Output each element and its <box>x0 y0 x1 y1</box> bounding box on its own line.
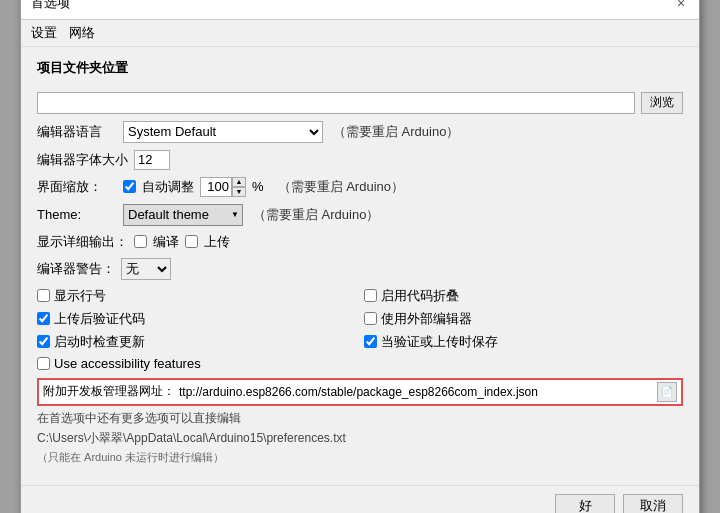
check-updates-checkbox[interactable] <box>37 335 50 348</box>
project-path-row: 浏览 <box>37 92 683 114</box>
enable-folding-checkbox[interactable] <box>364 289 377 302</box>
compile-checkbox[interactable] <box>134 235 147 248</box>
prefs-path: C:\Users\小翠翠\AppData\Local\Arduino15\pre… <box>37 430 683 447</box>
accessibility-checkbox[interactable] <box>37 357 50 370</box>
editor-font-label: 编辑器字体大小 <box>37 151 128 169</box>
preferences-dialog: 首选项 × 设置 网络 项目文件夹位置 浏览 编辑器语言 System Defa… <box>20 0 700 513</box>
enable-folding-label: 启用代码折叠 <box>381 287 459 305</box>
url-input[interactable] <box>179 385 653 399</box>
compile-label: 编译 <box>153 233 179 251</box>
accessibility-label: Use accessibility features <box>54 356 201 371</box>
url-open-button[interactable]: 📄 <box>657 382 677 402</box>
checkbox-enable-folding: 启用代码折叠 <box>364 287 683 305</box>
check-updates-label: 启动时检查更新 <box>54 333 145 351</box>
compiler-warning-label: 编译器警告： <box>37 260 115 278</box>
content-area: 项目文件夹位置 浏览 编辑器语言 System Default （需要重启 Ar… <box>21 47 699 485</box>
verify-upload-checkbox[interactable] <box>37 312 50 325</box>
checkbox-accessibility: Use accessibility features <box>37 356 356 371</box>
menu-bar: 设置 网络 <box>21 20 699 47</box>
auto-adjust-checkbox[interactable] <box>123 180 136 193</box>
save-on-verify-checkbox[interactable] <box>364 335 377 348</box>
checkbox-save-on-verify: 当验证或上传时保存 <box>364 333 683 351</box>
title-bar: 首选项 × <box>21 0 699 20</box>
menu-settings[interactable]: 设置 <box>31 24 57 42</box>
zoom-spinner-buttons: ▲ ▼ <box>232 177 246 197</box>
compiler-warning-row: 编译器警告： 无 <box>37 258 683 280</box>
external-editor-checkbox[interactable] <box>364 312 377 325</box>
close-button[interactable]: × <box>673 0 689 11</box>
theme-row: Theme: Default theme （需要重启 Arduino） <box>37 204 683 226</box>
cancel-button[interactable]: 取消 <box>623 494 683 514</box>
project-folder-row: 项目文件夹位置 <box>37 59 683 85</box>
editor-font-row: 编辑器字体大小 <box>37 150 683 170</box>
upload-checkbox[interactable] <box>185 235 198 248</box>
zoom-down-button[interactable]: ▼ <box>232 187 246 197</box>
ok-button[interactable]: 好 <box>555 494 615 514</box>
zoom-note: （需要重启 Arduino） <box>278 178 404 196</box>
theme-note: （需要重启 Arduino） <box>253 206 379 224</box>
info-text: 在首选项中还有更多选项可以直接编辑 <box>37 410 683 427</box>
editor-language-label: 编辑器语言 <box>37 123 117 141</box>
compiler-warning-select[interactable]: 无 <box>121 258 171 280</box>
zoom-value-input[interactable] <box>200 177 232 197</box>
display-verbose-row: 显示详细输出： 编译 上传 <box>37 233 683 251</box>
editor-language-select[interactable]: System Default <box>123 121 323 143</box>
menu-network[interactable]: 网络 <box>69 24 95 42</box>
zoom-up-button[interactable]: ▲ <box>232 177 246 187</box>
show-line-checkbox[interactable] <box>37 289 50 302</box>
zoom-label: 界面缩放： <box>37 178 117 196</box>
theme-select-wrapper: Default theme <box>123 204 243 226</box>
verify-upload-label: 上传后验证代码 <box>54 310 145 328</box>
save-on-verify-label: 当验证或上传时保存 <box>381 333 498 351</box>
theme-label: Theme: <box>37 207 117 222</box>
zoom-row: 界面缩放： 自动调整 ▲ ▼ % （需要重启 Arduino） <box>37 177 683 197</box>
editor-font-input[interactable] <box>134 150 170 170</box>
checkbox-external-editor: 使用外部编辑器 <box>364 310 683 328</box>
auto-adjust-label: 自动调整 <box>142 178 194 196</box>
zoom-percent-label: % <box>252 179 264 194</box>
checkbox-check-updates: 启动时检查更新 <box>37 333 356 351</box>
dialog-title: 首选项 <box>31 0 70 12</box>
display-label: 显示详细输出： <box>37 233 128 251</box>
theme-select[interactable]: Default theme <box>123 204 243 226</box>
upload-label: 上传 <box>204 233 230 251</box>
show-line-label: 显示行号 <box>54 287 106 305</box>
editor-language-note: （需要重启 Arduino） <box>333 123 459 141</box>
zoom-spinner: ▲ ▼ <box>200 177 246 197</box>
project-folder-label: 项目文件夹位置 <box>37 59 128 77</box>
editor-language-row: 编辑器语言 System Default （需要重启 Arduino） <box>37 121 683 143</box>
checkbox-verify-upload: 上传后验证代码 <box>37 310 356 328</box>
checkboxes-grid: 显示行号 启用代码折叠 上传后验证代码 使用外部编辑器 启动时检查更新 当验证或… <box>37 287 683 371</box>
url-label: 附加开发板管理器网址： <box>43 383 175 400</box>
url-row: 附加开发板管理器网址： 📄 <box>37 378 683 406</box>
external-editor-label: 使用外部编辑器 <box>381 310 472 328</box>
browse-button[interactable]: 浏览 <box>641 92 683 114</box>
checkbox-show-line: 显示行号 <box>37 287 356 305</box>
prefs-note: （只能在 Arduino 未运行时进行编辑） <box>37 450 683 465</box>
footer: 好 取消 <box>21 485 699 514</box>
project-path-input[interactable] <box>37 92 635 114</box>
